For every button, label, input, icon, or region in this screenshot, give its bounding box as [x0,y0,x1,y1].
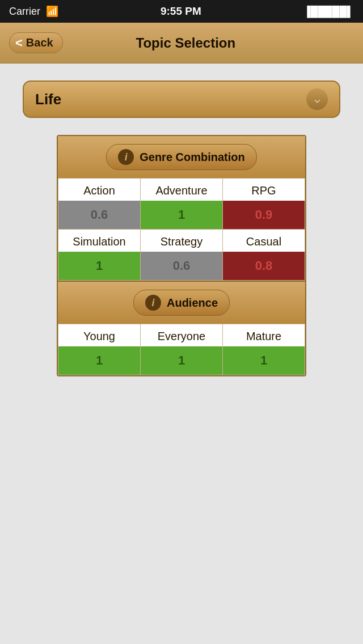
genre-header-inner[interactable]: i Genre Combination [106,144,257,170]
genre-label-rpg: RPG [223,179,305,201]
genre-row-labels-1: Action 0.6 Adventure 1 RPG 0.9 [58,179,305,230]
genre-table: Action 0.6 Adventure 1 RPG 0.9 Simulatio… [58,178,305,281]
status-bar-left: Carrier 📶 [9,5,58,18]
genre-cell-rpg[interactable]: RPG 0.9 [223,179,305,230]
back-button[interactable]: < Back [9,32,63,53]
topic-label: Life [35,91,61,108]
audience-label-young: Young [58,324,140,346]
audience-cell-mature[interactable]: Mature 1 [223,324,305,375]
status-bar-time: 9:55 PM [161,5,201,18]
genre-label-casual: Casual [223,230,305,252]
genre-row-labels-2: Simulation 1 Strategy 0.6 Casual 0.8 [58,230,305,281]
genre-cell-casual[interactable]: Casual 0.8 [223,230,305,281]
wifi-icon: 📶 [46,5,58,18]
genre-value-adventure: 1 [141,201,222,229]
genre-label-simulation: Simulation [58,230,140,252]
genre-value-strategy: 0.6 [141,252,222,280]
genre-section-header: i Genre Combination [58,136,305,178]
audience-header-inner[interactable]: i Audience [133,290,230,316]
audience-table: Young 1 Everyone 1 Mature 1 [58,324,305,375]
genre-cell-action[interactable]: Action 0.6 [58,179,141,230]
genre-info-icon: i [118,149,134,165]
audience-section-header: i Audience [58,282,305,324]
audience-cell-young[interactable]: Young 1 [58,324,141,375]
genre-value-casual: 0.8 [223,252,305,280]
genre-value-rpg: 0.9 [223,201,305,229]
main-card: i Genre Combination Action 0.6 Adventure… [57,135,306,376]
audience-row: Young 1 Everyone 1 Mature 1 [58,324,305,375]
audience-info-icon: i [145,295,161,311]
main-content: Life ⌵ i Genre Combination Action 0.6 [0,63,363,644]
genre-section-title: Genre Combination [140,151,245,164]
topic-dropdown[interactable]: Life ⌵ [23,80,340,118]
audience-label-mature: Mature [223,324,305,346]
nav-title: Topic Selection [63,35,309,51]
dropdown-arrow-icon: ⌵ [306,88,328,110]
genre-cell-strategy[interactable]: Strategy 0.6 [141,230,223,281]
nav-bar: < Back Topic Selection [0,23,363,63]
genre-value-action: 0.6 [58,201,140,229]
genre-cell-adventure[interactable]: Adventure 1 [141,179,223,230]
audience-value-mature: 1 [223,346,305,375]
battery-icon: ▐█████▌ [303,6,354,18]
status-bar-right: ▐█████▌ [303,6,354,18]
genre-label-strategy: Strategy [141,230,222,252]
genre-value-simulation: 1 [58,252,140,280]
audience-label-everyone: Everyone [141,324,222,346]
back-button-label: Back [26,36,53,49]
audience-value-young: 1 [58,346,140,375]
genre-label-action: Action [58,179,140,201]
genre-label-adventure: Adventure [141,179,222,201]
audience-cell-everyone[interactable]: Everyone 1 [141,324,223,375]
carrier-label: Carrier [9,6,40,18]
audience-value-everyone: 1 [141,346,222,375]
back-chevron-icon: < [15,37,23,49]
genre-cell-simulation[interactable]: Simulation 1 [58,230,141,281]
audience-section-title: Audience [167,296,218,310]
status-bar: Carrier 📶 9:55 PM ▐█████▌ [0,0,363,23]
